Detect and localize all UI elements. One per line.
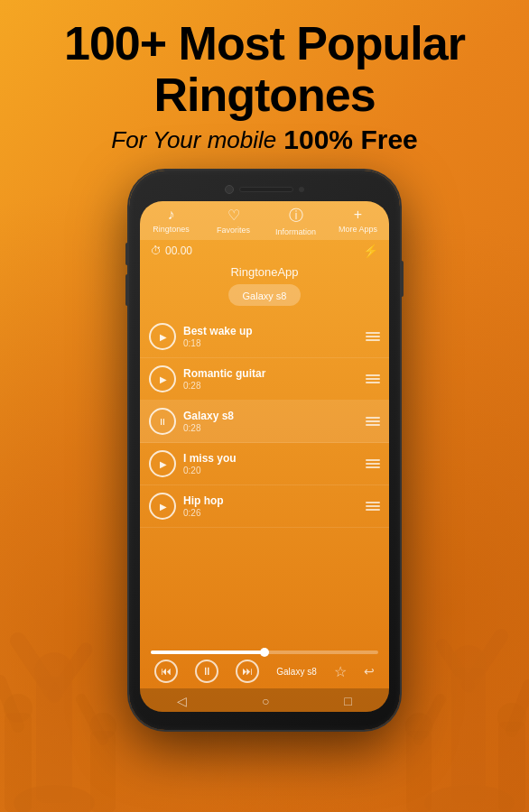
song-menu-3[interactable] [366, 417, 380, 426]
play-icon-2: ▶ [160, 374, 167, 384]
player-controls: ⏮ ⏸ ⏭ Galaxy s8 ☆ ↩ [140, 656, 389, 688]
song-duration-4: 0:20 [183, 466, 358, 475]
song-info-1: Best wake up 0:18 [183, 325, 358, 348]
ringtones-label: Ringtones [153, 225, 190, 234]
subtitle-bold: 100% Free [283, 125, 417, 155]
rewind-button[interactable]: ⏮ [154, 660, 178, 683]
forward-button[interactable]: ⏭ [236, 660, 259, 683]
song-item-best-wake-up[interactable]: ▶ Best wake up 0:18 [140, 316, 389, 358]
song-title-4: I miss you [183, 452, 358, 465]
play-button-1[interactable]: ▶ [149, 323, 176, 350]
song-item-hip-hop[interactable]: ▶ Hip hop 0:26 [140, 485, 389, 528]
timer-left: ⏱ 00.00 [151, 245, 192, 257]
song-duration-5: 0:26 [183, 508, 358, 518]
song-info-3: Galaxy s8 0:28 [183, 410, 358, 433]
song-item-i-miss-you[interactable]: ▶ I miss you 0:20 [140, 443, 389, 485]
phone-screen: ♪ Ringtones ♡ Favorites ⓘ Information + … [140, 201, 389, 712]
front-camera [225, 185, 234, 194]
earpiece-speaker [239, 187, 293, 192]
sensor-dot [299, 187, 304, 192]
menu-line [366, 463, 380, 465]
rewind-icon: ⏮ [161, 665, 172, 678]
song-menu-4[interactable] [366, 459, 380, 468]
more-apps-icon: + [354, 207, 362, 223]
nav-tabs: ♪ Ringtones ♡ Favorites ⓘ Information + … [140, 201, 389, 240]
tab-favorites[interactable]: ♡ Favorites [202, 207, 264, 236]
title-line1: 100+ Most Popular [64, 17, 465, 69]
volume-down-button [125, 274, 129, 306]
sleep-timer-icon[interactable]: ↩ [364, 664, 375, 678]
subtitle-row: For Your mobile 100% Free [18, 125, 511, 155]
header-section: 100+ Most Popular Ringtones For Your mob… [0, 0, 529, 160]
page-content: 100+ Most Popular Ringtones For Your mob… [0, 0, 529, 812]
clock-icon: ⏱ [151, 245, 162, 257]
phone-top-bar [140, 181, 389, 198]
menu-line [366, 466, 380, 468]
pause-icon-3: ⏸ [158, 417, 167, 427]
menu-line [366, 374, 380, 376]
back-nav-button[interactable]: ◁ [177, 694, 187, 708]
menu-line [366, 459, 380, 461]
song-menu-2[interactable] [366, 374, 380, 383]
menu-line [366, 505, 380, 507]
song-info-4: I miss you 0:20 [183, 452, 358, 475]
progress-track[interactable] [151, 651, 378, 654]
menu-line [366, 382, 380, 383]
menu-line [366, 509, 380, 511]
song-duration-2: 0:28 [183, 381, 358, 391]
play-button-2[interactable]: ▶ [149, 365, 176, 392]
information-icon: ⓘ [289, 207, 303, 226]
tab-more-apps[interactable]: + More Apps [327, 207, 389, 236]
menu-line [366, 378, 380, 380]
share-icon[interactable]: ⚡ [363, 244, 378, 258]
song-info-2: Romantic guitar 0:28 [183, 367, 358, 391]
song-title-2: Romantic guitar [183, 367, 358, 380]
progress-section [140, 647, 389, 656]
timer-display: 00.00 [165, 245, 192, 257]
song-menu-5[interactable] [366, 502, 380, 511]
power-button [400, 261, 404, 297]
phone-frame: ♪ Ringtones ♡ Favorites ⓘ Information + … [129, 171, 400, 730]
pause-button-3[interactable]: ⏸ [149, 408, 176, 435]
song-menu-1[interactable] [366, 332, 380, 341]
current-song-badge: Galaxy s8 [228, 284, 302, 306]
song-list: ▶ Best wake up 0:18 [140, 312, 389, 647]
menu-line [366, 502, 380, 503]
phone-nav-bar: ◁ ○ □ [140, 688, 389, 712]
song-title-3: Galaxy s8 [183, 410, 358, 422]
menu-line [366, 420, 380, 422]
song-item-galaxy-s8[interactable]: ⏸ Galaxy s8 0:28 [140, 401, 389, 443]
pause-button-player[interactable]: ⏸ [195, 660, 218, 683]
favorites-label: Favorites [217, 226, 250, 235]
star-icon[interactable]: ☆ [334, 663, 347, 680]
menu-line [366, 332, 380, 334]
subtitle-regular: For Your mobile [111, 126, 276, 154]
play-icon-1: ▶ [160, 332, 167, 342]
menu-line [366, 424, 380, 426]
tab-information[interactable]: ⓘ Information [264, 207, 327, 236]
app-name-label: RingtoneApp [230, 265, 298, 279]
current-song-container: Galaxy s8 [140, 281, 389, 309]
main-title: 100+ Most Popular Ringtones [18, 18, 511, 121]
song-info-5: Hip hop 0:26 [183, 494, 358, 518]
menu-line [366, 339, 380, 341]
tab-ringtones[interactable]: ♪ Ringtones [140, 207, 202, 236]
song-item-romantic-guitar[interactable]: ▶ Romantic guitar 0:28 [140, 358, 389, 401]
more-apps-label: More Apps [339, 225, 377, 234]
song-title-1: Best wake up [183, 325, 358, 337]
menu-line [366, 336, 380, 337]
recents-nav-button[interactable]: □ [344, 694, 351, 708]
information-label: Information [275, 227, 316, 236]
play-icon-4: ▶ [160, 459, 167, 469]
play-button-5[interactable]: ▶ [149, 493, 176, 520]
menu-line [366, 417, 380, 419]
song-title-5: Hip hop [183, 494, 358, 507]
home-nav-button[interactable]: ○ [262, 694, 269, 708]
favorites-icon: ♡ [227, 207, 240, 224]
phone-mockup: ♪ Ringtones ♡ Favorites ⓘ Information + … [129, 171, 400, 730]
progress-fill [151, 651, 264, 654]
play-icon-5: ▶ [160, 502, 167, 512]
progress-thumb[interactable] [260, 648, 269, 657]
play-button-4[interactable]: ▶ [149, 450, 176, 477]
song-duration-1: 0:18 [183, 338, 358, 348]
